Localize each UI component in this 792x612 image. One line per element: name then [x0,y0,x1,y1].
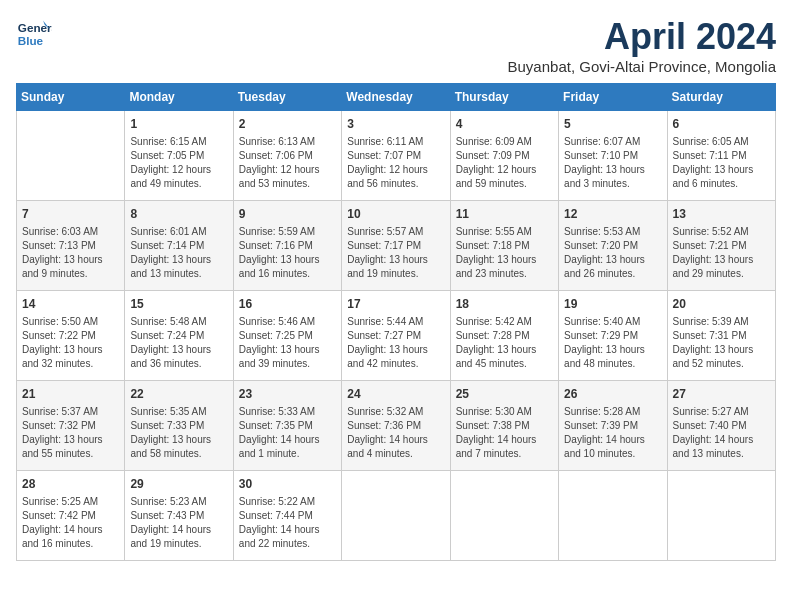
day-number: 10 [347,206,444,223]
calendar-cell: 25Sunrise: 5:30 AM Sunset: 7:38 PM Dayli… [450,381,558,471]
day-number: 23 [239,386,336,403]
calendar-cell [342,471,450,561]
header-cell-sunday: Sunday [17,84,125,111]
day-info: Sunrise: 5:46 AM Sunset: 7:25 PM Dayligh… [239,315,336,371]
calendar-cell [17,111,125,201]
header-cell-friday: Friday [559,84,667,111]
day-info: Sunrise: 5:32 AM Sunset: 7:36 PM Dayligh… [347,405,444,461]
day-info: Sunrise: 6:09 AM Sunset: 7:09 PM Dayligh… [456,135,553,191]
day-number: 17 [347,296,444,313]
calendar-week-2: 7Sunrise: 6:03 AM Sunset: 7:13 PM Daylig… [17,201,776,291]
calendar-cell [559,471,667,561]
header-cell-monday: Monday [125,84,233,111]
day-info: Sunrise: 5:52 AM Sunset: 7:21 PM Dayligh… [673,225,770,281]
calendar-cell: 6Sunrise: 6:05 AM Sunset: 7:11 PM Daylig… [667,111,775,201]
calendar-week-4: 21Sunrise: 5:37 AM Sunset: 7:32 PM Dayli… [17,381,776,471]
calendar-cell: 26Sunrise: 5:28 AM Sunset: 7:39 PM Dayli… [559,381,667,471]
subtitle: Buyanbat, Govi-Altai Province, Mongolia [508,58,776,75]
svg-text:General: General [18,21,52,34]
calendar-cell: 19Sunrise: 5:40 AM Sunset: 7:29 PM Dayli… [559,291,667,381]
day-info: Sunrise: 6:11 AM Sunset: 7:07 PM Dayligh… [347,135,444,191]
header-cell-saturday: Saturday [667,84,775,111]
day-number: 5 [564,116,661,133]
calendar-cell: 15Sunrise: 5:48 AM Sunset: 7:24 PM Dayli… [125,291,233,381]
logo: General Blue [16,16,52,52]
calendar-cell: 12Sunrise: 5:53 AM Sunset: 7:20 PM Dayli… [559,201,667,291]
header-cell-tuesday: Tuesday [233,84,341,111]
day-info: Sunrise: 5:30 AM Sunset: 7:38 PM Dayligh… [456,405,553,461]
calendar-header: SundayMondayTuesdayWednesdayThursdayFrid… [17,84,776,111]
day-info: Sunrise: 5:40 AM Sunset: 7:29 PM Dayligh… [564,315,661,371]
calendar-cell: 29Sunrise: 5:23 AM Sunset: 7:43 PM Dayli… [125,471,233,561]
calendar-cell [667,471,775,561]
calendar-cell: 16Sunrise: 5:46 AM Sunset: 7:25 PM Dayli… [233,291,341,381]
day-info: Sunrise: 5:59 AM Sunset: 7:16 PM Dayligh… [239,225,336,281]
day-info: Sunrise: 5:22 AM Sunset: 7:44 PM Dayligh… [239,495,336,551]
day-number: 13 [673,206,770,223]
day-info: Sunrise: 5:27 AM Sunset: 7:40 PM Dayligh… [673,405,770,461]
day-info: Sunrise: 5:25 AM Sunset: 7:42 PM Dayligh… [22,495,119,551]
day-number: 16 [239,296,336,313]
day-info: Sunrise: 6:07 AM Sunset: 7:10 PM Dayligh… [564,135,661,191]
day-info: Sunrise: 5:37 AM Sunset: 7:32 PM Dayligh… [22,405,119,461]
day-number: 12 [564,206,661,223]
calendar-cell: 14Sunrise: 5:50 AM Sunset: 7:22 PM Dayli… [17,291,125,381]
day-info: Sunrise: 5:35 AM Sunset: 7:33 PM Dayligh… [130,405,227,461]
calendar-cell: 7Sunrise: 6:03 AM Sunset: 7:13 PM Daylig… [17,201,125,291]
day-number: 22 [130,386,227,403]
day-info: Sunrise: 5:28 AM Sunset: 7:39 PM Dayligh… [564,405,661,461]
calendar-cell: 23Sunrise: 5:33 AM Sunset: 7:35 PM Dayli… [233,381,341,471]
calendar-cell: 30Sunrise: 5:22 AM Sunset: 7:44 PM Dayli… [233,471,341,561]
calendar-cell: 1Sunrise: 6:15 AM Sunset: 7:05 PM Daylig… [125,111,233,201]
calendar-cell: 17Sunrise: 5:44 AM Sunset: 7:27 PM Dayli… [342,291,450,381]
calendar-cell: 13Sunrise: 5:52 AM Sunset: 7:21 PM Dayli… [667,201,775,291]
day-number: 3 [347,116,444,133]
day-number: 6 [673,116,770,133]
day-number: 28 [22,476,119,493]
day-info: Sunrise: 6:01 AM Sunset: 7:14 PM Dayligh… [130,225,227,281]
day-info: Sunrise: 5:44 AM Sunset: 7:27 PM Dayligh… [347,315,444,371]
day-info: Sunrise: 5:53 AM Sunset: 7:20 PM Dayligh… [564,225,661,281]
calendar-body: 1Sunrise: 6:15 AM Sunset: 7:05 PM Daylig… [17,111,776,561]
calendar-week-1: 1Sunrise: 6:15 AM Sunset: 7:05 PM Daylig… [17,111,776,201]
calendar-cell: 3Sunrise: 6:11 AM Sunset: 7:07 PM Daylig… [342,111,450,201]
day-number: 9 [239,206,336,223]
day-info: Sunrise: 5:57 AM Sunset: 7:17 PM Dayligh… [347,225,444,281]
day-info: Sunrise: 5:39 AM Sunset: 7:31 PM Dayligh… [673,315,770,371]
day-info: Sunrise: 6:05 AM Sunset: 7:11 PM Dayligh… [673,135,770,191]
header-cell-wednesday: Wednesday [342,84,450,111]
day-number: 18 [456,296,553,313]
day-number: 8 [130,206,227,223]
day-number: 11 [456,206,553,223]
day-number: 7 [22,206,119,223]
day-info: Sunrise: 5:42 AM Sunset: 7:28 PM Dayligh… [456,315,553,371]
day-number: 29 [130,476,227,493]
day-number: 25 [456,386,553,403]
day-info: Sunrise: 6:15 AM Sunset: 7:05 PM Dayligh… [130,135,227,191]
calendar-cell: 9Sunrise: 5:59 AM Sunset: 7:16 PM Daylig… [233,201,341,291]
day-number: 20 [673,296,770,313]
day-number: 30 [239,476,336,493]
calendar-cell: 27Sunrise: 5:27 AM Sunset: 7:40 PM Dayli… [667,381,775,471]
day-number: 2 [239,116,336,133]
day-info: Sunrise: 6:13 AM Sunset: 7:06 PM Dayligh… [239,135,336,191]
day-number: 1 [130,116,227,133]
day-info: Sunrise: 5:23 AM Sunset: 7:43 PM Dayligh… [130,495,227,551]
calendar-cell: 18Sunrise: 5:42 AM Sunset: 7:28 PM Dayli… [450,291,558,381]
calendar-cell: 5Sunrise: 6:07 AM Sunset: 7:10 PM Daylig… [559,111,667,201]
day-number: 4 [456,116,553,133]
month-title: April 2024 [508,16,776,58]
calendar-cell: 4Sunrise: 6:09 AM Sunset: 7:09 PM Daylig… [450,111,558,201]
calendar-cell: 8Sunrise: 6:01 AM Sunset: 7:14 PM Daylig… [125,201,233,291]
calendar-cell: 2Sunrise: 6:13 AM Sunset: 7:06 PM Daylig… [233,111,341,201]
calendar-cell: 11Sunrise: 5:55 AM Sunset: 7:18 PM Dayli… [450,201,558,291]
title-area: April 2024 Buyanbat, Govi-Altai Province… [508,16,776,75]
calendar-cell: 21Sunrise: 5:37 AM Sunset: 7:32 PM Dayli… [17,381,125,471]
day-info: Sunrise: 5:33 AM Sunset: 7:35 PM Dayligh… [239,405,336,461]
calendar-cell [450,471,558,561]
day-info: Sunrise: 5:50 AM Sunset: 7:22 PM Dayligh… [22,315,119,371]
day-info: Sunrise: 6:03 AM Sunset: 7:13 PM Dayligh… [22,225,119,281]
calendar-cell: 22Sunrise: 5:35 AM Sunset: 7:33 PM Dayli… [125,381,233,471]
calendar-cell: 20Sunrise: 5:39 AM Sunset: 7:31 PM Dayli… [667,291,775,381]
day-number: 27 [673,386,770,403]
